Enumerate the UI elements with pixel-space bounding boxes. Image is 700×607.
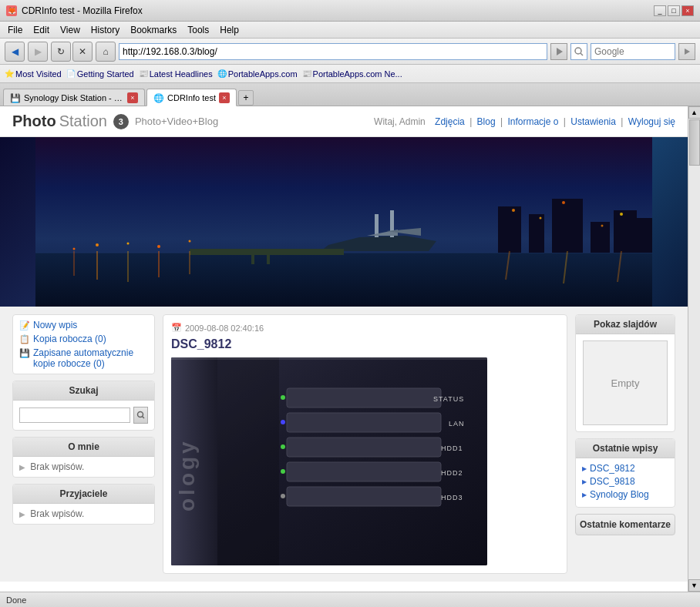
url-input[interactable]: http://192.168.0.3/blog/ — [119, 43, 547, 60]
new-post-link[interactable]: 📝 Nowy wpis — [19, 320, 148, 330]
arrow-icon: ▶ — [19, 463, 25, 471]
about-title: O mnie — [13, 438, 154, 457]
sidebar-left: 📝 Nowy wpis 📋 Kopia robocza (0) 💾 Zapisa… — [12, 314, 155, 574]
recent-post-link-2[interactable]: DSC_9818 — [590, 476, 635, 487]
recent-posts-title: Ostatnie wpisy — [576, 439, 675, 458]
logo-station: Station — [59, 112, 107, 130]
scrollbar-right[interactable]: ▲ ▼ — [688, 106, 700, 592]
forward-button[interactable]: ▶ — [28, 42, 48, 62]
svg-point-58 — [281, 494, 285, 498]
scroll-track — [688, 119, 700, 579]
recent-post-link-3[interactable]: Synology Blog — [590, 489, 649, 500]
slideshow-title: Pokaz slajdów — [576, 315, 675, 334]
sidebar-search-input[interactable] — [19, 407, 130, 423]
search-icon — [136, 411, 146, 420]
svg-text:HDD2: HDD2 — [441, 469, 463, 477]
refresh-button[interactable]: ↻ — [51, 42, 71, 62]
svg-rect-7 — [498, 206, 521, 253]
bookmark-headlines[interactable]: 📰 Latest Headlines — [139, 69, 213, 79]
bookmark-portableapps-ne[interactable]: 📰 PortableApps.com Ne... — [302, 69, 402, 79]
friends-arrow-icon: ▶ — [19, 510, 25, 518]
close-btn[interactable]: × — [681, 5, 694, 16]
calendar-icon: 📅 — [171, 323, 182, 333]
tab-cdrinfo[interactable]: 🌐 CDRInfo test × — [146, 89, 237, 106]
svg-point-57 — [281, 469, 285, 474]
svg-rect-29 — [251, 249, 254, 264]
menu-history[interactable]: History — [86, 23, 124, 37]
back-button[interactable]: ◀ — [5, 42, 25, 62]
search-input-row — [19, 407, 148, 424]
recent-post-link-1[interactable]: DSC_9812 — [590, 463, 635, 474]
svg-point-1 — [575, 48, 581, 54]
nav-logout[interactable]: Wyloguj się — [628, 116, 675, 127]
blog-main: 📅 2009-08-08 02:40:16 DSC_9812 — [163, 314, 567, 574]
blog-post: 📅 2009-08-08 02:40:16 DSC_9812 — [163, 314, 567, 574]
svg-rect-48 — [287, 487, 441, 506]
save-icon: 💾 — [19, 348, 30, 358]
hero-image — [0, 137, 688, 307]
new-tab-button[interactable]: + — [238, 90, 254, 106]
svg-point-20 — [127, 243, 130, 245]
menu-help[interactable]: Help — [215, 23, 244, 37]
draft-link[interactable]: 📋 Kopia robocza (0) — [19, 334, 148, 344]
draft-icon: 📋 — [19, 334, 30, 344]
autosave-link[interactable]: 💾 Zapisane automatycznie kopie robocze (… — [19, 347, 148, 369]
list-item: ▶ DSC_9818 — [582, 476, 668, 487]
sidebar-search-button[interactable] — [133, 407, 148, 424]
bookmark-portableapps[interactable]: 🌐 PortableApps.com — [217, 69, 298, 79]
menu-bookmarks[interactable]: Bookmarks — [126, 23, 181, 37]
menu-edit[interactable]: Edit — [29, 23, 54, 37]
scroll-down-arrow[interactable]: ▼ — [688, 579, 701, 592]
about-box: O mnie ▶ Brak wpisów. — [12, 437, 155, 478]
about-empty: Brak wpisów. — [30, 461, 84, 472]
menu-file[interactable]: File — [3, 23, 27, 37]
menu-tools[interactable]: Tools — [183, 23, 214, 37]
go-button[interactable] — [550, 43, 567, 60]
svg-line-40 — [142, 417, 144, 419]
scroll-up-arrow[interactable]: ▲ — [688, 106, 701, 119]
nav-settings[interactable]: Ustawienia — [570, 116, 616, 127]
search-go-button[interactable] — [678, 43, 695, 60]
svg-text:STATUS: STATUS — [433, 395, 464, 403]
svg-rect-10 — [591, 222, 610, 253]
tab-close-synology[interactable]: × — [127, 92, 138, 103]
stop-button[interactable]: ✕ — [72, 42, 93, 62]
scroll-thumb[interactable] — [689, 119, 700, 166]
nav-info[interactable]: Informacje o — [507, 116, 558, 127]
menu-view[interactable]: View — [56, 23, 85, 37]
post-arrow-icon3: ▶ — [582, 491, 587, 498]
maximize-btn[interactable]: □ — [668, 5, 680, 16]
search-input[interactable] — [591, 43, 675, 60]
svg-point-15 — [562, 201, 565, 204]
home-button[interactable]: ⌂ — [96, 42, 116, 62]
photostation-header: Photo Station 3 Photo+Video+Blog Witaj, … — [0, 106, 688, 137]
news-icon: 📰 — [139, 69, 148, 78]
search-box: Szukaj — [12, 381, 155, 431]
tab-synology-icon: 💾 — [10, 93, 21, 103]
search-area — [13, 401, 154, 430]
nav-photos[interactable]: Zdjęcia — [435, 116, 465, 127]
browser-search-bar — [570, 43, 695, 60]
svg-text:ology: ology — [175, 438, 199, 511]
page-icon: 📄 — [66, 69, 76, 78]
svg-point-55 — [281, 420, 285, 424]
post-date: 2009-08-08 02:40:16 — [185, 324, 264, 333]
bookmark-most-visited[interactable]: ⭐ Most Visited — [5, 69, 62, 79]
svg-rect-9 — [552, 199, 583, 253]
nav-blog[interactable]: Blog — [477, 116, 496, 127]
svg-rect-30 — [267, 249, 270, 264]
minimize-btn[interactable]: _ — [654, 5, 666, 16]
bookmark-getting-started[interactable]: 📄 Getting Started — [66, 69, 134, 79]
window-controls[interactable]: _ □ × — [654, 5, 694, 16]
svg-text:HDD1: HDD1 — [441, 444, 463, 452]
post-title[interactable]: DSC_9812 — [171, 337, 559, 351]
friends-area: ▶ Brak wpisów. — [13, 504, 154, 524]
friends-empty: Brak wpisów. — [30, 508, 84, 519]
tab-synology[interactable]: 💾 Synology Disk Station - ds409 × — [3, 89, 145, 106]
tab-close-cdrinfo[interactable]: × — [219, 92, 230, 103]
recent-posts-list: ▶ DSC_9812 ▶ DSC_9818 ▶ Synology Blog — [576, 458, 675, 507]
page-area: Photo Station 3 Photo+Video+Blog Witaj, … — [0, 106, 700, 592]
search-title: Szukaj — [13, 381, 154, 401]
recent-comments-button[interactable]: Ostatnie komentarze — [575, 514, 675, 535]
svg-point-16 — [601, 225, 604, 227]
